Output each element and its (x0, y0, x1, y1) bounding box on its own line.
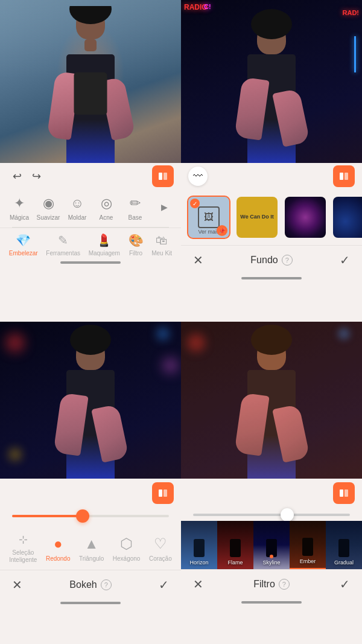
cancel-button[interactable]: ✕ (193, 253, 203, 267)
filter-ember[interactable]: Ember (290, 521, 326, 569)
nav-ferramentas[interactable]: ✎ Ferramentas (46, 233, 80, 257)
bokeh-intelligent[interactable]: ⊹ SeleçãoInteligente (9, 533, 37, 564)
confirm-button[interactable]: ✓ (340, 253, 350, 267)
filter-slider-area (181, 505, 362, 521)
cancel-button-filtro[interactable]: ✕ (193, 577, 203, 591)
panel-title-fundo: Fundo (250, 255, 278, 266)
svg-rect-5 (164, 489, 167, 497)
svg-rect-0 (159, 173, 162, 180)
redo-button[interactable]: ↪ (27, 167, 46, 186)
orange-pin-icon: 📌 (217, 225, 227, 236)
filter-selected-dot (270, 555, 273, 558)
tool-more[interactable]: ▶ (150, 202, 179, 215)
magic-button[interactable]: 〰 (188, 167, 208, 186)
panel-title-filtro: Filtro (253, 579, 275, 590)
tool-suavizar[interactable]: ◉ Suavizar (34, 196, 63, 221)
home-indicator-2 (241, 277, 302, 279)
filter-horizon[interactable]: Horizon (181, 521, 217, 569)
bokeh-shapes-row: ⊹ SeleçãoInteligente ● Redondo ▲ Triângu… (0, 527, 181, 570)
nav-meukit[interactable]: 🛍 Meu Kit (151, 234, 172, 257)
home-indicator-4 (241, 601, 302, 604)
svg-rect-4 (159, 489, 162, 497)
bokeh-triangle[interactable]: ▲ Triângulo (79, 535, 104, 562)
selected-check-icon: ✓ (190, 199, 200, 208)
svg-rect-6 (340, 489, 343, 497)
tool-moldar[interactable]: ☺ Moldar (63, 196, 92, 221)
confirm-bar-filtro: ✕ Filtro ? ✓ (181, 569, 362, 599)
tool-magica[interactable]: ✦ Mágica (5, 196, 34, 221)
compare-button[interactable] (152, 165, 174, 187)
filter-gradual[interactable]: Gradual (326, 521, 362, 569)
bokeh-round[interactable]: ● Redondo (46, 535, 71, 562)
confirm-button-bokeh[interactable]: ✓ (159, 578, 169, 592)
bg-thumb-wecandoit[interactable]: We Can Do It (235, 196, 279, 239)
home-indicator (60, 261, 121, 264)
svg-rect-1 (164, 173, 167, 180)
compare-button-4[interactable] (333, 482, 355, 504)
bg-thumb-nebula[interactable] (284, 196, 327, 239)
bokeh-hexagon[interactable]: ⬡ Hexágono (113, 535, 141, 562)
confirm-button-filtro[interactable]: ✓ (340, 577, 350, 591)
compare-button-2[interactable] (333, 165, 355, 187)
bg-thumb-galaxy[interactable] (332, 196, 362, 239)
confirm-bar-bokeh: ✕ Bokeh ? ✓ (0, 570, 181, 599)
bg-thumb-selected[interactable]: ✓ 🖼 Ver mais 📌 (187, 196, 230, 239)
confirm-bar-fundo: ✕ Fundo ? ✓ (181, 245, 362, 275)
nav-embelezar[interactable]: 💎 Embelezar (9, 233, 38, 257)
bokeh-heart[interactable]: ♡ Coração (149, 535, 172, 562)
tool-acne[interactable]: ◎ Acne (92, 196, 121, 221)
tool-base[interactable]: ✏ Base (121, 196, 150, 221)
nav-filtro[interactable]: 🎨 Filtro (129, 233, 144, 257)
help-icon-bokeh[interactable]: ? (101, 579, 112, 590)
panel-title-bokeh: Bokeh (69, 579, 97, 590)
filter-skyline[interactable]: Skyline (253, 521, 290, 569)
undo-button[interactable]: ↩ (7, 167, 27, 186)
svg-rect-3 (345, 173, 348, 180)
nav-maquiagem[interactable]: 💄 Maquiagem (89, 233, 120, 257)
compare-button-3[interactable] (152, 482, 174, 504)
filter-strip: Horizon Flame Skyline Ember (181, 521, 362, 569)
home-indicator-3 (60, 602, 121, 604)
help-icon[interactable]: ? (282, 255, 293, 266)
svg-rect-7 (345, 489, 348, 497)
background-selector: ✓ 🖼 Ver mais 📌 We Can Do It (181, 190, 362, 245)
cancel-button-bokeh[interactable]: ✕ (12, 578, 22, 592)
bokeh-slider-area (0, 505, 181, 527)
svg-rect-2 (340, 173, 343, 180)
filter-flame[interactable]: Flame (217, 521, 253, 569)
help-icon-filtro[interactable]: ? (279, 579, 290, 590)
